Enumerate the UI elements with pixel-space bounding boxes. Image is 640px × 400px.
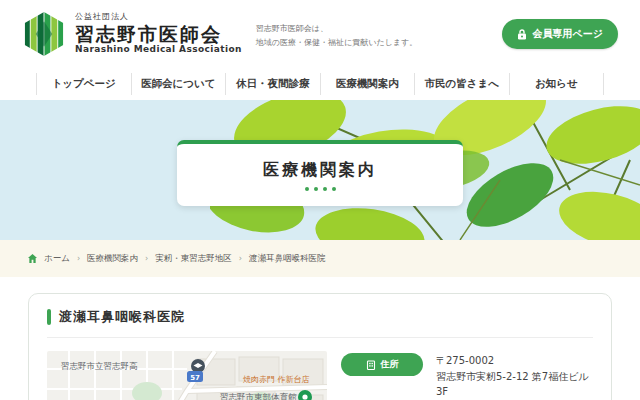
street-address: 習志野市実籾5-2-12 第7福住ビル3F [436, 369, 593, 400]
postal-code: 〒275-0002 [436, 353, 593, 369]
page-title: 医療機関案内 [263, 160, 377, 181]
clinic-heading: 渡瀬耳鼻咽喉科医院 [47, 308, 593, 326]
breadcrumb-district[interactable]: 実籾・東習志野地区 [155, 253, 232, 265]
site-tagline: 習志野市医師会は、 地域の医療・保健・福祉に貢献いたします。 [256, 18, 417, 49]
hero-banner: 医療機関案内 [0, 100, 640, 240]
page-title-card: 医療機関案内 [177, 140, 463, 206]
heading-accent-bar [47, 309, 51, 325]
nav-item-holiday-care[interactable]: 休日・夜間診療 [225, 73, 320, 95]
title-dots-decoration [305, 187, 336, 191]
svg-text:57: 57 [190, 374, 200, 382]
breadcrumb-home[interactable]: ホーム [44, 253, 70, 265]
breadcrumb-current-clinic: 渡瀬耳鼻咽喉科医院 [249, 253, 326, 265]
home-icon [28, 254, 37, 263]
heading-divider [47, 337, 593, 338]
breadcrumb: ホーム › 医療機関案内 › 実籾・東習志野地区 › 渡瀬耳鼻咽喉科医院 [0, 240, 640, 277]
org-name-english: Narashino Medical Association [75, 45, 242, 55]
clinic-detail-card: 渡瀬耳鼻咽喉科医院 [28, 293, 612, 400]
map-gym-label: 習志野市東部体育館 [220, 392, 297, 400]
address-badge: 住所 [341, 353, 423, 376]
nav-item-citizens[interactable]: 市民の皆さまへ [414, 73, 509, 95]
org-identity[interactable]: 公益社団法人 習志野市医師会 Narashino Medical Associa… [75, 13, 242, 56]
main-content: 渡瀬耳鼻咽喉科医院 [0, 277, 640, 400]
building-icon [366, 360, 376, 370]
breadcrumb-medical-institutions[interactable]: 医療機関案内 [87, 253, 138, 265]
clinic-info: 住所 〒275-0002 習志野市実籾5-2-12 第7福住ビル3F 電話番号 [341, 351, 593, 400]
member-page-button[interactable]: 会員専用ページ [502, 19, 618, 49]
address-badge-label: 住所 [381, 358, 399, 371]
address-value: 〒275-0002 習志野市実籾5-2-12 第7福住ビル3F [436, 353, 593, 400]
main-navigation: トップページ 医師会について 休日・夜間診療 医療機関案内 市民の皆さまへ お知… [36, 68, 604, 100]
clinic-name: 渡瀬耳鼻咽喉科医院 [59, 308, 185, 326]
member-page-button-label: 会員専用ページ [533, 27, 603, 41]
org-name: 習志野市医師会 [75, 24, 242, 45]
clinic-location-map[interactable]: 習志野市立習志野高 57 焼肉赤門 作新台店 習志野市東部体育館 [47, 351, 327, 400]
lock-icon [517, 29, 527, 40]
nav-item-about[interactable]: 医師会について [131, 73, 226, 95]
breadcrumb-separator: › [77, 254, 80, 263]
map-restaurant-label: 焼肉赤門 作新台店 [243, 375, 310, 384]
address-row: 住所 〒275-0002 習志野市実籾5-2-12 第7福住ビル3F [341, 353, 593, 400]
breadcrumb-separator: › [145, 254, 148, 263]
map-route-shield: 57 [187, 371, 203, 382]
nav-item-medical-institutions[interactable]: 医療機関案内 [320, 73, 415, 95]
org-type-label: 公益社団法人 [75, 13, 242, 22]
site-header: 公益社団法人 習志野市医師会 Narashino Medical Associa… [0, 0, 640, 68]
nav-item-news[interactable]: お知らせ [509, 73, 605, 95]
map-school-label: 習志野市立習志野高 [61, 361, 138, 371]
nav-item-top[interactable]: トップページ [36, 73, 131, 95]
association-logo-icon[interactable] [22, 11, 66, 57]
breadcrumb-separator: › [239, 254, 242, 263]
map-school-icon [191, 359, 205, 373]
